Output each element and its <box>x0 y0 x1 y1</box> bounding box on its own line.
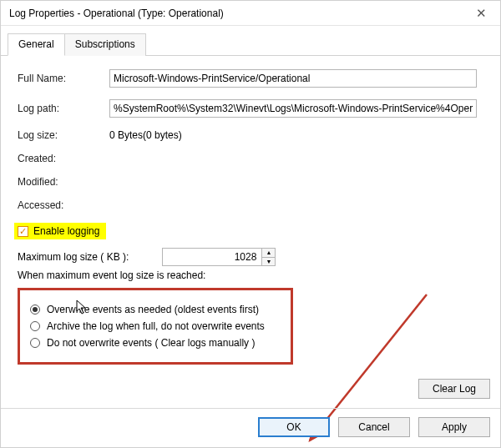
cancel-button[interactable]: Cancel <box>338 417 410 437</box>
retention-radio-group: Overwrite events as needed (oldest event… <box>18 288 293 365</box>
radio-archive-label: Archive the log when full, do not overwr… <box>47 320 265 332</box>
spin-down-icon[interactable]: ▼ <box>262 257 276 267</box>
radio-archive[interactable] <box>30 321 40 331</box>
created-label: Created: <box>18 153 109 164</box>
modified-label: Modified: <box>18 176 109 188</box>
tab-general[interactable]: General <box>8 33 65 56</box>
enable-logging-checkbox[interactable] <box>18 226 28 237</box>
spin-up-icon[interactable]: ▲ <box>262 248 276 257</box>
tab-body-general: Full Name: Log path: Log size: 0 Bytes(0… <box>1 56 500 376</box>
full-name-label: Full Name: <box>18 73 109 84</box>
log-path-label: Log path: <box>18 103 109 114</box>
radio-overwrite-label: Overwrite events as needed (oldest event… <box>47 304 259 315</box>
max-size-input[interactable] <box>162 248 262 266</box>
dialog-footer: OK Cancel Apply <box>1 408 500 447</box>
max-size-label: Maximum log size ( KB ): <box>18 251 129 263</box>
ok-button[interactable]: OK <box>258 417 330 437</box>
enable-logging-label: Enable logging <box>33 225 99 237</box>
reached-label: When maximum event log size is reached: <box>18 269 490 281</box>
radio-overwrite[interactable] <box>30 305 40 315</box>
titlebar: Log Properties - Operational (Type: Oper… <box>1 1 500 26</box>
window-title: Log Properties - Operational (Type: Oper… <box>9 8 224 19</box>
log-size-value: 0 Bytes(0 bytes) <box>109 129 490 141</box>
radio-do-not-overwrite[interactable] <box>30 338 40 348</box>
apply-button[interactable]: Apply <box>418 417 490 437</box>
close-icon[interactable]: ✕ <box>468 6 493 21</box>
tab-subscriptions[interactable]: Subscriptions <box>64 33 146 56</box>
log-properties-dialog: Log Properties - Operational (Type: Oper… <box>0 0 501 448</box>
log-size-label: Log size: <box>18 129 109 141</box>
enable-logging-highlight: Enable logging <box>14 223 106 239</box>
clear-log-button[interactable]: Clear Log <box>418 379 490 399</box>
radio-do-not-overwrite-label: Do not overwrite events ( Clear logs man… <box>47 337 255 349</box>
log-path-field[interactable] <box>109 99 477 118</box>
tab-strip: General Subscriptions <box>1 26 500 56</box>
full-name-field[interactable] <box>109 69 477 88</box>
accessed-label: Accessed: <box>18 199 109 211</box>
